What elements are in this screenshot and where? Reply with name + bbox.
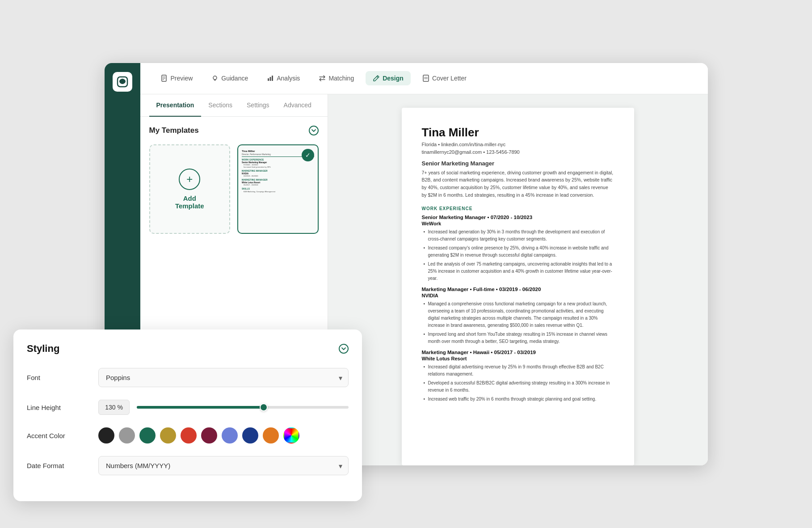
font-label: Font xyxy=(27,374,98,381)
svg-line-9 xyxy=(377,76,378,78)
resume-bullet-1-3: Led the analysis of over 75 marketing ca… xyxy=(422,261,614,282)
arrows-icon xyxy=(319,75,326,82)
font-row: Font Poppins Roboto Open Sans Lato Monts… xyxy=(27,368,349,387)
selected-check-icon: ✓ xyxy=(302,149,314,161)
resume-company-1: WeWork xyxy=(422,221,614,226)
color-swatch-gray[interactable] xyxy=(119,427,135,444)
resume-bullet-1-1: Increased lead generation by 30% in 3 mo… xyxy=(422,228,614,243)
font-select-wrapper: Poppins Roboto Open Sans Lato Montserrat… xyxy=(98,368,349,387)
color-swatch-rainbow[interactable] xyxy=(283,427,299,444)
nav-preview-label: Preview xyxy=(171,75,193,82)
resume-name: Tina Miller xyxy=(422,126,614,139)
line-height-row: Line Height 130 % xyxy=(27,400,349,415)
tab-sections[interactable]: Sections xyxy=(201,94,240,117)
resume-bullet-2-2: Improved long and short form YouTube str… xyxy=(422,331,614,345)
font-control: Poppins Roboto Open Sans Lato Montserrat… xyxy=(98,368,349,387)
top-nav: Preview Guidance xyxy=(140,63,708,94)
resume-company-2: NVIDIA xyxy=(422,293,614,298)
resume-document: Tina Miller Florida • linkedin.com/in/ti… xyxy=(402,108,634,465)
resume-job-2-title: Marketing Manager • Full-time • 03/2019 … xyxy=(422,287,614,292)
color-swatches xyxy=(98,427,349,444)
svg-point-5 xyxy=(213,76,217,80)
accent-color-label: Accent Color xyxy=(27,432,98,439)
line-height-label: Line Height xyxy=(27,404,98,411)
templates-grid: + Add Template ✓ Tina Miller Director, P… xyxy=(149,144,319,234)
color-swatch-teal[interactable] xyxy=(139,427,156,444)
nav-cover-letter[interactable]: Cover Letter xyxy=(415,71,474,85)
accent-color-control xyxy=(98,427,349,444)
date-format-label: Date Format xyxy=(27,462,98,469)
add-template-label-main: Add xyxy=(183,194,196,202)
tab-presentation[interactable]: Presentation xyxy=(149,94,202,117)
resume-job-1-title: Senior Marketing Manager • 07/2020 - 10/… xyxy=(422,215,614,220)
doc-icon xyxy=(422,75,429,82)
resume-job-title-heading: Senior Marketing Manager xyxy=(422,160,614,167)
resume-bullet-3-1: Increased digital advertising revenue by… xyxy=(422,363,614,378)
accent-color-row: Accent Color xyxy=(27,427,349,444)
color-swatch-blue-dark[interactable] xyxy=(242,427,258,444)
resume-bullet-3-2: Developed a successful B2B/B2C digital a… xyxy=(422,380,614,394)
right-panel: Tina Miller Florida • linkedin.com/in/ti… xyxy=(328,94,708,465)
nav-matching-label: Matching xyxy=(328,75,354,82)
template-card-1[interactable]: ✓ Tina Miller Director, Performance Mark… xyxy=(237,144,319,234)
nav-design[interactable]: Design xyxy=(366,71,411,85)
resume-bullet-1-2: Increased company's online presence by 2… xyxy=(422,245,614,259)
styling-collapse-button[interactable] xyxy=(339,344,349,354)
nav-matching[interactable]: Matching xyxy=(311,71,361,85)
nav-guidance-label: Guidance xyxy=(221,75,248,82)
nav-analysis[interactable]: Analysis xyxy=(260,71,307,85)
resume-bullet-2-1: Managed a comprehensive cross functional… xyxy=(422,300,614,329)
add-template-label-sub: Template xyxy=(175,202,204,210)
resume-section-work: Work Experience xyxy=(422,206,614,211)
date-format-select-wrapper: Numbers (MM/YYYY) Month YYYY MM/DD/YYYY … xyxy=(98,456,349,475)
nav-design-label: Design xyxy=(383,75,404,82)
date-format-row: Date Format Numbers (MM/YYYY) Month YYYY… xyxy=(27,456,349,475)
tab-settings[interactable]: Settings xyxy=(240,94,277,117)
line-height-slider[interactable] xyxy=(137,406,349,409)
styling-title: Styling xyxy=(27,343,59,355)
line-height-value: 130 % xyxy=(98,400,130,415)
color-swatch-red[interactable] xyxy=(181,427,197,444)
app-logo[interactable] xyxy=(113,72,132,92)
resume-company-3: White Lotus Resort xyxy=(422,356,614,361)
slider-thumb xyxy=(260,403,268,411)
templates-header: My Templates xyxy=(149,126,319,135)
nav-preview[interactable]: Preview xyxy=(154,71,200,85)
resume-contact-1: Florida • linkedin.com/in/tina-miller-ny… xyxy=(422,142,614,147)
pen-icon xyxy=(373,75,380,82)
nav-cover-letter-label: Cover Letter xyxy=(432,75,467,82)
date-format-select[interactable]: Numbers (MM/YYYY) Month YYYY MM/DD/YYYY xyxy=(98,456,349,475)
nav-guidance[interactable]: Guidance xyxy=(204,71,255,85)
bulb-icon xyxy=(211,75,219,82)
resume-summary: 7+ years of social marketing experience,… xyxy=(422,169,614,199)
nav-analysis-label: Analysis xyxy=(277,75,300,82)
svg-rect-6 xyxy=(268,78,269,81)
chart-icon xyxy=(267,75,274,82)
resume-contact-2: tinamillernyc20@gmail.com • 123-5456-789… xyxy=(422,149,614,155)
line-height-control-inner: 130 % xyxy=(98,400,349,415)
color-swatch-orange[interactable] xyxy=(263,427,279,444)
add-template-card[interactable]: + Add Template xyxy=(149,144,231,234)
color-swatch-blue-light[interactable] xyxy=(222,427,238,444)
styling-panel: Styling Font Poppins Roboto Open Sans La… xyxy=(13,329,362,501)
file-icon xyxy=(161,75,168,82)
slider-fill xyxy=(137,406,264,409)
add-icon: + xyxy=(179,169,200,190)
sub-tabs: Presentation Sections Settings Advanced xyxy=(140,94,328,117)
styling-header: Styling xyxy=(27,343,349,355)
color-swatch-burgundy[interactable] xyxy=(201,427,217,444)
font-select[interactable]: Poppins Roboto Open Sans Lato Montserrat xyxy=(98,368,349,387)
tab-advanced[interactable]: Advanced xyxy=(277,94,319,117)
date-format-control: Numbers (MM/YYYY) Month YYYY MM/DD/YYYY … xyxy=(98,456,349,475)
color-swatch-black[interactable] xyxy=(98,427,114,444)
svg-rect-10 xyxy=(423,75,429,81)
svg-rect-7 xyxy=(270,77,271,81)
resume-job-3-title: Marketing Manager • Hawaii • 05/2017 - 0… xyxy=(422,350,614,355)
svg-rect-8 xyxy=(272,76,273,81)
resume-bullet-3-3: Increased web traffic by 20% in 6 months… xyxy=(422,396,614,403)
templates-title: My Templates xyxy=(149,126,199,135)
color-swatch-gold[interactable] xyxy=(160,427,176,444)
line-height-control: 130 % xyxy=(98,400,349,415)
templates-collapse-button[interactable] xyxy=(309,126,319,135)
